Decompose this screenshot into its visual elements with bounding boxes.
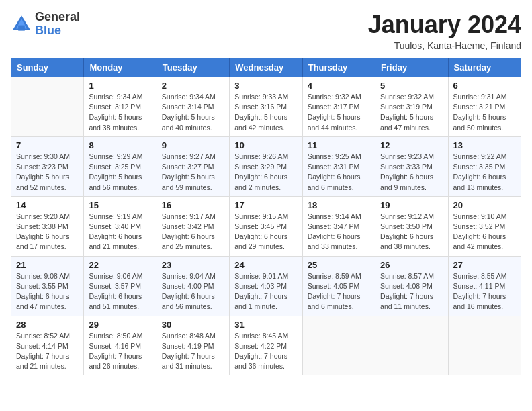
sunrise-text: Sunrise: 9:32 AM bbox=[308, 93, 361, 101]
sunset-text: Sunset: 4:08 PM bbox=[380, 282, 433, 290]
daylight-text: Daylight: 5 hours and 52 minutes. bbox=[16, 173, 69, 191]
daylight-text: Daylight: 6 hours and 51 minutes. bbox=[89, 292, 142, 310]
table-row: 4Sunrise: 9:32 AMSunset: 3:17 PMDaylight… bbox=[302, 77, 375, 137]
col-friday: Friday bbox=[375, 58, 448, 77]
logo-general: General bbox=[35, 11, 80, 24]
table-row: 29Sunrise: 8:50 AMSunset: 4:16 PMDayligh… bbox=[84, 316, 157, 375]
day-info: Sunrise: 9:30 AMSunset: 3:23 PMDaylight:… bbox=[16, 152, 79, 193]
day-number: 21 bbox=[16, 260, 79, 270]
sunset-text: Sunset: 4:16 PM bbox=[89, 342, 141, 350]
table-row: 30Sunrise: 8:48 AMSunset: 4:19 PMDayligh… bbox=[157, 316, 229, 375]
daylight-text: Daylight: 7 hours and 26 minutes. bbox=[89, 352, 142, 370]
sunrise-text: Sunrise: 9:30 AM bbox=[16, 152, 70, 161]
sunset-text: Sunset: 3:25 PM bbox=[89, 163, 141, 171]
sunset-text: Sunset: 3:57 PM bbox=[89, 282, 141, 290]
daylight-text: Daylight: 5 hours and 44 minutes. bbox=[308, 113, 361, 131]
daylight-text: Daylight: 6 hours and 17 minutes. bbox=[16, 232, 69, 250]
sunrise-text: Sunrise: 9:06 AM bbox=[89, 272, 142, 280]
sunrise-text: Sunrise: 8:59 AM bbox=[308, 272, 361, 280]
day-number: 2 bbox=[162, 81, 224, 91]
day-info: Sunrise: 9:15 AMSunset: 3:45 PMDaylight:… bbox=[234, 212, 297, 253]
logo: General Blue bbox=[11, 11, 80, 38]
day-info: Sunrise: 8:52 AMSunset: 4:14 PMDaylight:… bbox=[16, 331, 79, 372]
day-info: Sunrise: 9:12 AMSunset: 3:50 PMDaylight:… bbox=[380, 212, 443, 253]
sunrise-text: Sunrise: 9:20 AM bbox=[16, 212, 70, 220]
table-row: 24Sunrise: 9:01 AMSunset: 4:03 PMDayligh… bbox=[230, 256, 302, 316]
day-info: Sunrise: 8:55 AMSunset: 4:11 PMDaylight:… bbox=[453, 271, 516, 312]
daylight-text: Daylight: 7 hours and 11 minutes. bbox=[380, 292, 433, 310]
daylight-text: Daylight: 5 hours and 47 minutes. bbox=[380, 113, 433, 131]
daylight-text: Daylight: 7 hours and 1 minute. bbox=[234, 292, 287, 310]
sunset-text: Sunset: 4:19 PM bbox=[162, 342, 214, 350]
day-number: 5 bbox=[380, 81, 443, 91]
day-info: Sunrise: 9:22 AMSunset: 3:35 PMDaylight:… bbox=[453, 152, 516, 193]
sunrise-text: Sunrise: 9:22 AM bbox=[453, 152, 507, 161]
sunset-text: Sunset: 3:23 PM bbox=[16, 163, 69, 171]
sunset-text: Sunset: 3:12 PM bbox=[89, 103, 141, 111]
sunset-text: Sunset: 3:29 PM bbox=[234, 163, 287, 171]
sunset-text: Sunset: 3:27 PM bbox=[162, 163, 214, 171]
table-row bbox=[11, 77, 84, 137]
table-row: 26Sunrise: 8:57 AMSunset: 4:08 PMDayligh… bbox=[375, 256, 448, 316]
day-number: 7 bbox=[16, 140, 79, 150]
sunrise-text: Sunrise: 9:31 AM bbox=[453, 93, 507, 101]
day-info: Sunrise: 9:34 AMSunset: 3:14 PMDaylight:… bbox=[162, 92, 224, 133]
daylight-text: Daylight: 5 hours and 40 minutes. bbox=[162, 113, 215, 131]
sunrise-text: Sunrise: 9:33 AM bbox=[234, 93, 288, 101]
table-row: 31Sunrise: 8:45 AMSunset: 4:22 PMDayligh… bbox=[230, 316, 302, 375]
daylight-text: Daylight: 6 hours and 38 minutes. bbox=[380, 232, 433, 250]
day-number: 15 bbox=[89, 200, 151, 210]
day-number: 9 bbox=[162, 140, 224, 150]
day-info: Sunrise: 9:01 AMSunset: 4:03 PMDaylight:… bbox=[234, 271, 297, 312]
table-row: 17Sunrise: 9:15 AMSunset: 3:45 PMDayligh… bbox=[230, 196, 302, 256]
day-info: Sunrise: 8:45 AMSunset: 4:22 PMDaylight:… bbox=[234, 331, 297, 372]
day-info: Sunrise: 9:04 AMSunset: 4:00 PMDaylight:… bbox=[162, 271, 224, 312]
sunset-text: Sunset: 4:05 PM bbox=[308, 282, 360, 290]
day-info: Sunrise: 8:59 AMSunset: 4:05 PMDaylight:… bbox=[308, 271, 370, 312]
day-info: Sunrise: 9:20 AMSunset: 3:38 PMDaylight:… bbox=[16, 212, 79, 253]
table-row: 11Sunrise: 9:25 AMSunset: 3:31 PMDayligh… bbox=[302, 136, 375, 196]
calendar-week-3: 14Sunrise: 9:20 AMSunset: 3:38 PMDayligh… bbox=[11, 196, 521, 256]
daylight-text: Daylight: 7 hours and 31 minutes. bbox=[162, 352, 215, 370]
daylight-text: Daylight: 6 hours and 13 minutes. bbox=[453, 173, 506, 191]
table-row: 5Sunrise: 9:32 AMSunset: 3:19 PMDaylight… bbox=[375, 77, 448, 137]
day-info: Sunrise: 9:31 AMSunset: 3:21 PMDaylight:… bbox=[453, 92, 516, 133]
day-info: Sunrise: 8:57 AMSunset: 4:08 PMDaylight:… bbox=[380, 271, 443, 312]
day-number: 4 bbox=[308, 81, 370, 91]
logo-text: General Blue bbox=[35, 11, 80, 38]
day-number: 12 bbox=[380, 140, 443, 150]
sunset-text: Sunset: 3:35 PM bbox=[453, 163, 506, 171]
day-info: Sunrise: 8:48 AMSunset: 4:19 PMDaylight:… bbox=[162, 331, 224, 372]
day-info: Sunrise: 9:23 AMSunset: 3:33 PMDaylight:… bbox=[380, 152, 443, 193]
title-block: January 2024 Tuulos, Kanta-Haeme, Finlan… bbox=[368, 11, 521, 51]
day-number: 10 bbox=[234, 140, 297, 150]
sunset-text: Sunset: 3:14 PM bbox=[162, 103, 214, 111]
table-row: 8Sunrise: 9:29 AMSunset: 3:25 PMDaylight… bbox=[84, 136, 157, 196]
table-row: 27Sunrise: 8:55 AMSunset: 4:11 PMDayligh… bbox=[448, 256, 521, 316]
table-row: 13Sunrise: 9:22 AMSunset: 3:35 PMDayligh… bbox=[448, 136, 521, 196]
location-subtitle: Tuulos, Kanta-Haeme, Finland bbox=[368, 40, 521, 51]
col-saturday: Saturday bbox=[448, 58, 521, 77]
daylight-text: Daylight: 5 hours and 59 minutes. bbox=[162, 173, 215, 191]
day-info: Sunrise: 9:17 AMSunset: 3:42 PMDaylight:… bbox=[162, 212, 224, 253]
table-row bbox=[448, 316, 521, 375]
table-row: 15Sunrise: 9:19 AMSunset: 3:40 PMDayligh… bbox=[84, 196, 157, 256]
sunset-text: Sunset: 4:00 PM bbox=[162, 282, 214, 290]
daylight-text: Daylight: 5 hours and 42 minutes. bbox=[234, 113, 287, 131]
sunrise-text: Sunrise: 9:27 AM bbox=[162, 152, 216, 161]
day-number: 24 bbox=[234, 260, 297, 270]
day-info: Sunrise: 9:32 AMSunset: 3:19 PMDaylight:… bbox=[380, 92, 443, 133]
day-info: Sunrise: 9:08 AMSunset: 3:55 PMDaylight:… bbox=[16, 271, 79, 312]
sunrise-text: Sunrise: 9:08 AM bbox=[16, 272, 70, 280]
table-row: 23Sunrise: 9:04 AMSunset: 4:00 PMDayligh… bbox=[157, 256, 229, 316]
month-title: January 2024 bbox=[368, 11, 521, 39]
table-row bbox=[375, 316, 448, 375]
sunset-text: Sunset: 4:11 PM bbox=[453, 282, 506, 290]
table-row: 3Sunrise: 9:33 AMSunset: 3:16 PMDaylight… bbox=[230, 77, 302, 137]
sunrise-text: Sunrise: 9:23 AM bbox=[380, 152, 434, 161]
page-header: General Blue January 2024 Tuulos, Kanta-… bbox=[11, 11, 521, 51]
sunset-text: Sunset: 4:22 PM bbox=[234, 342, 287, 350]
table-row: 9Sunrise: 9:27 AMSunset: 3:27 PMDaylight… bbox=[157, 136, 229, 196]
day-number: 28 bbox=[16, 320, 79, 330]
table-row: 14Sunrise: 9:20 AMSunset: 3:38 PMDayligh… bbox=[11, 196, 84, 256]
